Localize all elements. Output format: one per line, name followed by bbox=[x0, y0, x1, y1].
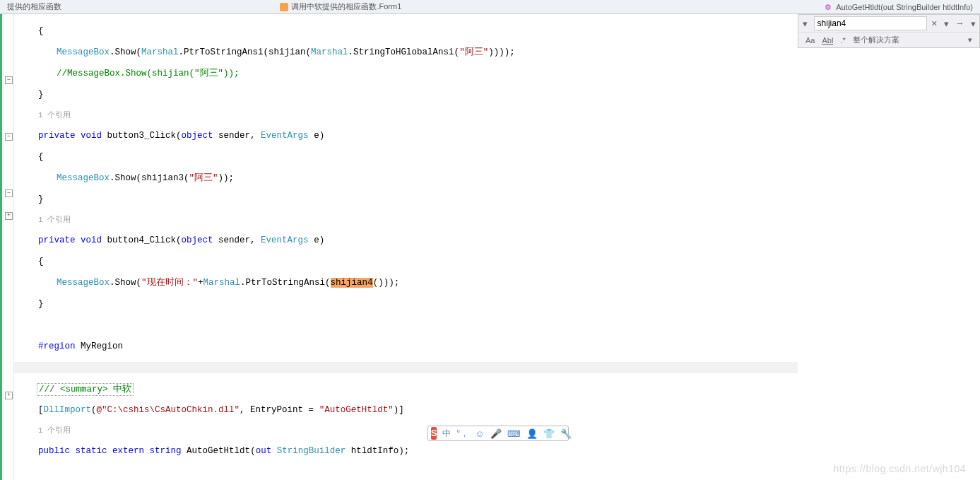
watermark: https://blog.csdn.net/wjh104 bbox=[833, 463, 966, 474]
find-scope-dropdown[interactable]: ▾ bbox=[968, 35, 972, 45]
code-line: /// <summary> 中软 bbox=[14, 383, 980, 394]
current-line bbox=[14, 362, 798, 373]
ime-emoji-icon[interactable]: ☺ bbox=[475, 428, 484, 439]
nav-tab-left[interactable]: 提供的相应函数 bbox=[0, 0, 69, 13]
fold-toggle[interactable]: − bbox=[5, 189, 13, 197]
nav-tab-mid[interactable]: 调用中软提供的相应函数.Form1 bbox=[273, 0, 408, 13]
csharp-icon bbox=[280, 3, 288, 11]
fold-toggle[interactable]: + bbox=[5, 392, 13, 399]
fold-toggle[interactable]: + bbox=[5, 212, 13, 220]
ime-skin-icon[interactable]: 👕 bbox=[543, 428, 555, 439]
find-next-icon[interactable]: → bbox=[953, 18, 967, 28]
find-clear-icon[interactable]: × bbox=[928, 18, 941, 29]
code-line: [DllImport(@"C:\cshis\CsAutoChkin.dll", … bbox=[14, 404, 980, 416]
code-line: private void button3_Click(object sender… bbox=[14, 130, 980, 141]
ime-settings-icon[interactable]: 🔧 bbox=[560, 428, 572, 439]
code-line: //MessageBox.Show(shijian("阿三")); bbox=[14, 68, 980, 79]
code-line: } bbox=[14, 298, 980, 310]
tab-label: 调用中软提供的相应函数.Form1 bbox=[291, 1, 401, 12]
tab-label: 提供的相应函数 bbox=[7, 1, 61, 12]
code-area[interactable]: { MessageBox.Show(Marshal.PtrToStringAns… bbox=[14, 14, 980, 480]
code-line: MessageBox.Show(shijian3("阿三")); bbox=[14, 172, 980, 184]
find-close-icon[interactable]: ▾ bbox=[967, 18, 979, 29]
find-opt-regex[interactable]: .* bbox=[840, 36, 845, 45]
code-line: public static extern string AutoGetHtldt… bbox=[14, 445, 980, 457]
find-panel: ▾ × ▾ → ▾ Aa Abl .* 整个解决方案 ▾ bbox=[798, 14, 980, 48]
code-line bbox=[14, 320, 980, 331]
find-opt-word[interactable]: Abl bbox=[822, 36, 833, 45]
code-line: } bbox=[14, 194, 980, 205]
method-icon: ⚙ bbox=[825, 3, 833, 11]
find-opt-case[interactable]: Aa bbox=[805, 36, 815, 45]
ime-toolbar[interactable]: S 中 °， ☺ 🎤 ⌨ 👤 👕 🔧 bbox=[427, 426, 569, 441]
code-line: private void button4_Click(object sender… bbox=[14, 235, 980, 246]
editor[interactable]: − − − + + { MessageBox.Show(Marshal.PtrT… bbox=[0, 14, 980, 480]
find-expand-icon[interactable]: ▾ bbox=[798, 18, 813, 29]
code-line: #region MyRegion bbox=[14, 341, 980, 352]
ime-user-icon[interactable]: 👤 bbox=[526, 428, 538, 439]
find-input[interactable] bbox=[814, 16, 927, 30]
find-scope[interactable]: 整个解决方案 bbox=[853, 35, 899, 45]
code-line: } bbox=[14, 89, 980, 100]
code-line: { bbox=[14, 151, 980, 163]
fold-toggle[interactable]: − bbox=[5, 133, 13, 141]
codelens[interactable]: 1 个引用 bbox=[14, 110, 980, 120]
ime-punct-icon[interactable]: °， bbox=[456, 427, 469, 440]
ime-mic-icon[interactable]: 🎤 bbox=[490, 428, 502, 439]
fold-gutter: − − − + + bbox=[4, 14, 14, 480]
fold-toggle[interactable]: − bbox=[5, 76, 13, 84]
find-history-dropdown[interactable]: ▾ bbox=[940, 18, 953, 29]
ime-keyboard-icon[interactable]: ⌨ bbox=[507, 428, 521, 439]
code-line: { bbox=[14, 256, 980, 267]
ime-logo-icon: S bbox=[431, 427, 437, 440]
nav-tab-right[interactable]: ⚙AutoGetHtldt(out StringBuilder htldtInf… bbox=[817, 1, 980, 13]
ime-mode[interactable]: 中 bbox=[442, 428, 451, 440]
tab-label: AutoGetHtldt(out StringBuilder htldtInfo… bbox=[836, 3, 973, 11]
codelens[interactable]: 1 个引用 bbox=[14, 215, 980, 225]
tab-bar: 提供的相应函数 调用中软提供的相应函数.Form1 ⚙AutoGetHtldt(… bbox=[0, 0, 980, 14]
code-line: MessageBox.Show("现在时间："+Marshal.PtrToStr… bbox=[14, 277, 980, 288]
code-line: MessageBox.Show(Marshal.PtrToStringAnsi(… bbox=[14, 47, 980, 58]
